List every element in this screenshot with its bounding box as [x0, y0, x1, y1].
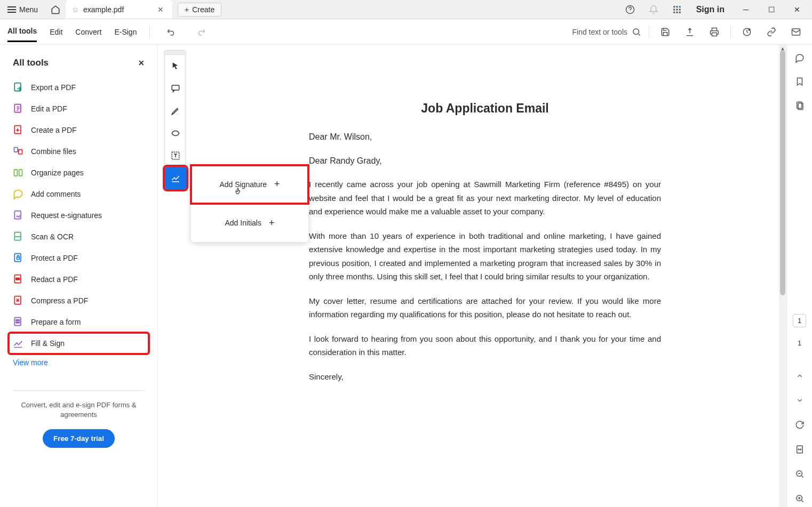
view-more-link[interactable]: View more	[9, 354, 149, 371]
tool-combine-files[interactable]: Combine files	[9, 141, 149, 162]
toolbar-convert[interactable]: Convert	[75, 22, 101, 42]
document-tab[interactable]: ☆ example.pdf ✕	[66, 0, 172, 19]
edit-icon	[13, 103, 23, 114]
svg-rect-4	[673, 9, 675, 10]
doc-p3: My cover letter, resume and certificatio…	[309, 294, 661, 321]
email-icon	[791, 27, 801, 37]
bell-icon	[649, 5, 658, 14]
vertical-toolbar	[164, 50, 186, 190]
tool-compress-pdf[interactable]: Compress a PDF	[9, 290, 149, 311]
notification-button[interactable]	[645, 1, 662, 18]
doc-title: Job Application Email	[309, 98, 661, 119]
divider	[649, 26, 649, 38]
rr-page-down[interactable]	[791, 392, 808, 409]
rr-bookmark[interactable]	[791, 75, 808, 88]
vertical-scrollbar[interactable]: ▲	[779, 45, 786, 507]
redo-icon	[196, 27, 206, 37]
toolbar-all-tools[interactable]: All tools	[7, 21, 37, 42]
tool-create-pdf[interactable]: Create a PDF	[9, 119, 149, 141]
scrollbar-thumb[interactable]	[780, 50, 785, 295]
maximize-button[interactable]: ☐	[761, 1, 782, 18]
hand-cursor-icon	[234, 187, 243, 196]
email-button[interactable]	[787, 23, 805, 41]
vt-text[interactable]	[165, 144, 186, 167]
find-input[interactable]: Find text or tools	[572, 27, 642, 37]
tool-add-comments[interactable]: Add comments	[9, 183, 149, 205]
share-button[interactable]	[738, 23, 755, 41]
toolbar-edit[interactable]: Edit	[50, 22, 62, 42]
help-button[interactable]	[622, 1, 639, 18]
rr-zoom-in[interactable]	[791, 490, 808, 507]
tool-export-pdf[interactable]: Export a PDF	[9, 77, 149, 98]
panel-close-button[interactable]: ✕	[138, 59, 145, 67]
share-icon	[742, 27, 752, 37]
tool-redact-pdf[interactable]: Redact a PDF	[9, 269, 149, 290]
search-icon	[632, 27, 641, 37]
tool-list: Export a PDF Edit a PDF Create a PDF Com…	[0, 77, 157, 371]
svg-rect-18	[19, 150, 22, 154]
doc-signoff: Sincerely,	[309, 370, 661, 384]
free-trial-button[interactable]: Free 7-day trial	[43, 429, 115, 448]
undo-button[interactable]	[163, 23, 180, 41]
rr-comment-panel[interactable]	[791, 51, 808, 65]
toolbar: All tools Edit Convert E-Sign Find text …	[0, 19, 812, 45]
print-button[interactable]	[706, 23, 723, 41]
plus-icon: +	[185, 5, 189, 14]
home-button[interactable]	[45, 0, 66, 19]
drag-handle[interactable]	[165, 51, 185, 55]
tool-organize-pages[interactable]: Organize pages	[9, 162, 149, 183]
redo-button[interactable]	[193, 23, 210, 41]
tool-fill-sign[interactable]: Fill & Sign	[9, 333, 149, 354]
current-page-badge[interactable]: 1	[793, 314, 806, 327]
page-width-icon	[795, 445, 805, 454]
vt-highlight[interactable]	[165, 100, 186, 122]
add-signature-button[interactable]: Add Signature +	[191, 165, 308, 204]
upload-button[interactable]	[681, 23, 698, 41]
rr-rotate[interactable]	[791, 416, 808, 433]
window-controls: ─ ☐ ✕	[735, 1, 808, 18]
link-icon	[767, 27, 776, 37]
svg-rect-3	[679, 6, 680, 7]
svg-rect-19	[14, 170, 18, 176]
total-pages: 1	[798, 339, 801, 347]
add-initials-button[interactable]: Add Initials +	[191, 204, 308, 242]
esign-icon	[13, 210, 23, 221]
svg-rect-31	[172, 85, 179, 90]
tool-protect-pdf[interactable]: Protect a PDF	[9, 247, 149, 269]
divider	[149, 26, 150, 38]
toolbar-esign[interactable]: E-Sign	[114, 22, 137, 42]
rr-pages[interactable]	[791, 99, 808, 112]
menu-button[interactable]: Menu	[0, 0, 45, 19]
vt-draw[interactable]	[165, 122, 186, 144]
sign-icon	[171, 173, 180, 183]
link-button[interactable]	[763, 23, 780, 41]
tool-scan-ocr[interactable]: Scan & OCR	[9, 226, 149, 247]
home-icon	[51, 5, 60, 14]
rr-zoom-out[interactable]	[791, 465, 808, 482]
svg-rect-29	[16, 320, 20, 321]
tool-edit-pdf[interactable]: Edit a PDF	[9, 98, 149, 119]
pdf-document: Job Application Email Dear Mr. Wilson, D…	[298, 45, 672, 415]
create-label: Create	[192, 5, 214, 14]
signin-button[interactable]: Sign in	[692, 5, 729, 14]
vt-sign[interactable]	[165, 167, 186, 189]
panel-footer: Convert, edit and e-sign PDF forms & agr…	[0, 390, 157, 448]
rr-page-width[interactable]	[791, 441, 808, 458]
vt-comment[interactable]	[165, 77, 186, 100]
tool-request-esignatures[interactable]: Request e-signatures	[9, 205, 149, 226]
find-placeholder: Find text or tools	[572, 28, 628, 36]
svg-rect-9	[679, 11, 680, 13]
rr-page-up[interactable]	[791, 367, 808, 384]
save-button[interactable]	[657, 23, 674, 41]
tool-prepare-form[interactable]: Prepare a form	[9, 311, 149, 333]
tab-close-button[interactable]: ✕	[155, 4, 166, 15]
apps-button[interactable]	[668, 1, 686, 18]
doc-p4: I look forward to hearing from you soon …	[309, 332, 661, 359]
tab-filename: example.pdf	[83, 5, 124, 14]
svg-point-12	[749, 29, 750, 30]
close-window-button[interactable]: ✕	[786, 1, 808, 18]
minimize-button[interactable]: ─	[735, 1, 757, 18]
speech-icon	[171, 84, 180, 93]
create-button[interactable]: + Create	[178, 3, 221, 17]
vt-select[interactable]	[165, 55, 186, 77]
